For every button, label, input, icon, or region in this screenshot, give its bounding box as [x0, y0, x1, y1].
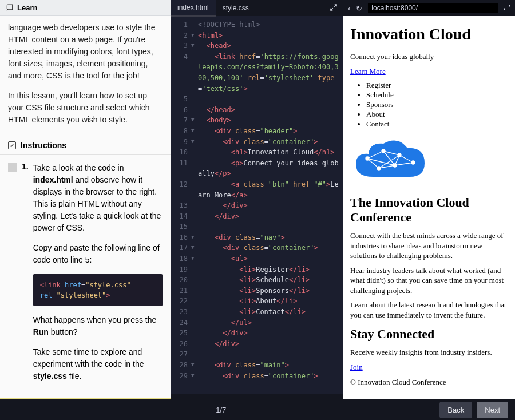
expand-editor-icon[interactable]	[324, 0, 343, 17]
tab-index-html[interactable]: index.html	[171, 0, 216, 17]
lesson-panel: Learn language web developers use to sty…	[0, 0, 171, 420]
preview-content[interactable]: Innovation Cloud Connect your ideas glob…	[343, 16, 515, 420]
checkmark-icon	[8, 141, 16, 149]
list-item: Schedule	[366, 90, 508, 100]
preview-h2: Stay Connected	[350, 327, 508, 342]
learn-title: Learn	[17, 3, 37, 12]
step-text: What happens when you press the Run butt…	[33, 314, 163, 338]
svg-point-12	[382, 149, 385, 153]
list-item: Sponsors	[366, 100, 508, 109]
book-icon	[6, 4, 14, 12]
code-snippet[interactable]: <link href="style.css" rel="stylesheet">	[33, 274, 163, 306]
preview-tagline: Connect your ideas globally	[350, 51, 508, 62]
app-footer: 1/7 Back Next	[0, 399, 515, 420]
step-text: Copy and paste the following line of cod…	[33, 242, 163, 266]
back-button[interactable]: Back	[439, 402, 472, 418]
svg-point-16	[393, 164, 397, 167]
editor-panel: index.html style.css 1<!DOCTYPE html> 2▼…	[171, 0, 343, 420]
list-item: Register	[366, 81, 508, 90]
preview-footer: © Innovation Cloud Conference	[350, 377, 508, 387]
svg-point-11	[366, 157, 369, 160]
learn-more-link[interactable]: Learn More	[350, 67, 386, 76]
next-button[interactable]: Next	[477, 402, 508, 418]
list-item: About	[366, 110, 508, 119]
step-text: Take some time to explore and experiment…	[33, 346, 163, 382]
preview-panel: ‹ ↻ localhost:8000/ Innovation Cloud Con…	[343, 0, 515, 420]
preview-para: Hear industry leaders talk about what wo…	[350, 266, 508, 296]
preview-addressbar: ‹ ↻ localhost:8000/	[343, 0, 515, 16]
url-display[interactable]: localhost:8000/	[368, 3, 498, 13]
step-text: Take a look at the code in index.html an…	[33, 162, 163, 234]
back-icon[interactable]: ‹	[348, 4, 350, 13]
preview-para: Receive weekly insights from industry in…	[350, 347, 508, 358]
reload-icon[interactable]: ↻	[356, 4, 362, 13]
join-link[interactable]: Join	[350, 363, 363, 371]
preview-para: Connect with the best minds across a wid…	[350, 231, 508, 261]
list-item: Contact	[366, 120, 508, 129]
expand-preview-icon[interactable]	[504, 4, 510, 13]
cloud-icon	[350, 137, 430, 188]
preview-nav-list: Register Schedule Sponsors About Contact	[350, 81, 508, 129]
instructions-title: Instructions	[21, 141, 66, 150]
tab-style-css[interactable]: style.css	[216, 1, 256, 15]
step-number: 1.	[22, 162, 29, 390]
editor-tabs: index.html style.css	[171, 0, 343, 16]
instructions-header: Instructions	[0, 136, 171, 155]
preview-para: Learn about the latest research and tech…	[350, 300, 508, 320]
lesson-para: In this lesson, you'll learn how to set …	[8, 90, 163, 126]
page-indicator: 1/7	[7, 406, 435, 414]
svg-point-14	[411, 161, 415, 164]
step-checkbox[interactable]	[8, 163, 17, 172]
lesson-para: language web developers use to style the…	[8, 22, 163, 82]
learn-header: Learn	[0, 0, 171, 16]
code-editor[interactable]: 1<!DOCTYPE html> 2▼<html> 3▼ <head> 4 <l…	[171, 16, 343, 394]
svg-point-13	[398, 153, 401, 157]
svg-point-15	[377, 167, 381, 170]
preview-h1: Innovation Cloud	[350, 25, 508, 43]
instruction-step: 1. Take a look at the code in index.html…	[0, 155, 171, 398]
lesson-body: language web developers use to style the…	[0, 16, 171, 136]
preview-h2: The Innovation Cloud Conference	[350, 195, 508, 225]
